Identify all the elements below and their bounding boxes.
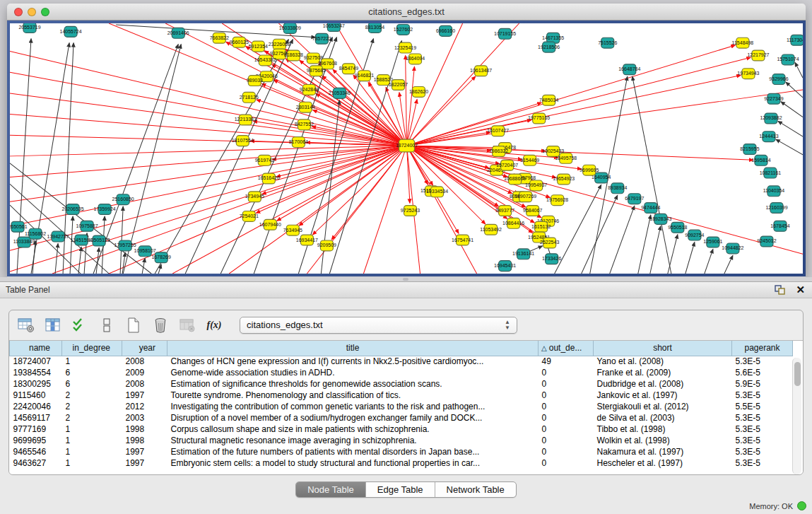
graph-node[interactable]: 13942737 (47, 231, 69, 242)
window-titlebar[interactable]: citations_edges.txt (7, 4, 806, 21)
graph-node[interactable]: 7634945 (283, 225, 302, 235)
graph-node[interactable]: 11173044 (787, 35, 803, 45)
graph-node[interactable]: 17957255 (114, 240, 136, 251)
table-cell[interactable]: 2003 (122, 412, 167, 424)
graph-node[interactable]: 1588520 (374, 75, 393, 86)
column-header-title[interactable]: title (167, 341, 539, 356)
table-cell[interactable]: Estimation of the future numbers of pati… (167, 446, 539, 457)
graph-node[interactable]: 14055724 (60, 26, 82, 37)
table-cell[interactable]: Yano et al. (2008) (594, 356, 732, 367)
graph-node[interactable]: 9154469 (520, 155, 539, 165)
table-cell[interactable]: 0 (539, 401, 594, 412)
column-selector-icon[interactable] (43, 316, 63, 334)
graph-node[interactable]: 6822057 (389, 80, 408, 90)
table-cell[interactable]: 1 (62, 356, 122, 367)
graph-node[interactable]: 1734945 (245, 192, 264, 202)
graph-node[interactable]: 23226058 (269, 39, 290, 49)
table-cell[interactable]: Genome-wide association studies in ADHD. (167, 367, 539, 378)
close-window-icon[interactable] (14, 8, 23, 16)
graph-node[interactable]: 9245012 (757, 236, 776, 247)
graph-node[interactable]: 9550518 (668, 222, 687, 233)
table-row[interactable]: 969969511998Structural magnetic resonanc… (10, 435, 793, 446)
table-cell[interactable]: 0 (539, 390, 594, 401)
table-cell[interactable]: 19384554 (10, 367, 62, 378)
graph-node[interactable]: 989033 (247, 76, 263, 86)
graph-node[interactable]: 12160399 (765, 203, 787, 214)
zoom-window-icon[interactable] (41, 8, 49, 16)
table-cell[interactable]: 5.3E-5 (732, 435, 793, 446)
graph-node[interactable]: 10653247 (323, 23, 345, 31)
graph-node[interactable]: 25160850 (112, 194, 134, 205)
table-cell[interactable]: 9115460 (10, 390, 62, 401)
graph-node[interactable]: 16107427 (487, 126, 509, 136)
table-cell[interactable]: Hescheler et al. (1997) (594, 457, 732, 469)
graph-node[interactable]: 16754741 (452, 235, 473, 245)
table-cell[interactable]: 0 (539, 378, 594, 390)
table-cell[interactable]: Changes of HCN gene expression and I(f) … (167, 356, 539, 367)
table-cell[interactable]: 5.6E-5 (732, 367, 793, 378)
delete-column-icon[interactable] (151, 316, 170, 334)
graph-node[interactable]: 19654923 (553, 174, 575, 185)
graph-node[interactable]: 9146821 (355, 71, 374, 81)
table-cell[interactable]: 6 (62, 367, 122, 378)
table-cell[interactable]: Disruption of a novel member of a sodium… (167, 412, 539, 424)
graph-node[interactable]: 10613487 (470, 66, 492, 76)
graph-node[interactable]: 18928343 (649, 214, 671, 224)
table-row[interactable]: 946554611997Estimation of the future num… (10, 446, 793, 457)
table-cell[interactable]: 0 (539, 367, 594, 378)
graph-node[interactable]: 18724007 (396, 139, 418, 152)
new-column-icon[interactable] (124, 316, 143, 334)
graph-node[interactable]: 16945431 (494, 261, 516, 271)
column-header-out-degree[interactable]: △out_de... (539, 341, 594, 356)
table-cell[interactable]: 2008 (122, 378, 167, 390)
graph-node[interactable]: 9209509 (317, 240, 336, 251)
table-cell[interactable]: Tourette syndrome. Phenomenology and cla… (167, 390, 539, 401)
table-cell[interactable]: Jankovic et al. (1997) (594, 390, 732, 401)
table-cell[interactable]: Wolkin et al. (1998) (594, 435, 732, 446)
graph-node[interactable]: 11451594 (71, 235, 93, 245)
graph-node[interactable]: 8170064 (289, 137, 308, 148)
table-row[interactable]: 1938455462009Genome-wide association stu… (10, 367, 793, 378)
table-cell[interactable]: 14569117 (10, 412, 62, 424)
graph-node[interactable]: 11548498 (732, 37, 754, 48)
table-cell[interactable]: 2 (62, 412, 122, 424)
graph-node[interactable]: 9227349 (764, 93, 783, 104)
table-cell[interactable]: 5.3E-5 (732, 446, 793, 457)
table-cell[interactable]: 18300295 (10, 378, 62, 390)
table-cell[interactable]: 0 (539, 412, 594, 424)
graph-node[interactable]: 8813054 (365, 23, 384, 33)
table-cell[interactable]: 1998 (122, 435, 167, 446)
graph-node[interactable]: 12325419 (394, 42, 416, 53)
graph-node[interactable]: 1678454 (770, 221, 789, 231)
table-row[interactable]: 1456911722003Disruption of a novel membe… (10, 412, 793, 424)
close-panel-icon[interactable]: ✕ (796, 284, 805, 296)
graph-node[interactable]: 9493777 (495, 206, 514, 216)
table-cell[interactable]: 2 (62, 401, 122, 412)
table-cell[interactable]: 9463627 (10, 457, 62, 469)
table-row[interactable]: 911546021997Tourette syndrome. Phenomeno… (10, 390, 793, 401)
column-header-short[interactable]: short (594, 341, 732, 356)
float-window-icon[interactable] (775, 285, 786, 296)
graph-node[interactable]: 9092754 (685, 230, 704, 240)
table-scrollbar[interactable] (792, 358, 801, 474)
column-header-year[interactable]: year (122, 341, 167, 356)
table-cell[interactable]: 6 (62, 378, 122, 390)
column-header-in-degree[interactable]: in_degree (62, 341, 122, 356)
graph-node[interactable]: 6479197 (625, 194, 644, 204)
graph-node[interactable]: 8215955 (740, 144, 759, 155)
table-cell[interactable]: 0 (539, 446, 594, 457)
graph-node[interactable]: 9329966 (769, 74, 788, 85)
table-cell[interactable]: 1 (62, 435, 122, 446)
table-row[interactable]: 977716911998Corpus callosum shape and si… (10, 424, 793, 435)
graph-node[interactable]: 11040354 (763, 186, 785, 197)
table-cell[interactable]: Investigating the contribution of common… (167, 401, 539, 412)
table-cell[interactable]: 2012 (122, 401, 167, 412)
table-cell[interactable]: 1997 (122, 390, 167, 401)
graph-node[interactable]: 8938934 (608, 183, 627, 194)
import-table-icon[interactable] (177, 316, 197, 334)
graph-node[interactable]: 9327508 (304, 53, 323, 64)
table-cell[interactable]: Estimation of significance thresholds fo… (167, 378, 539, 390)
table-cell[interactable]: Dudbridge et al. (2008) (594, 378, 732, 390)
column-header-pagerank[interactable]: pagerank (732, 341, 793, 356)
splitter-grip[interactable] (403, 278, 408, 281)
